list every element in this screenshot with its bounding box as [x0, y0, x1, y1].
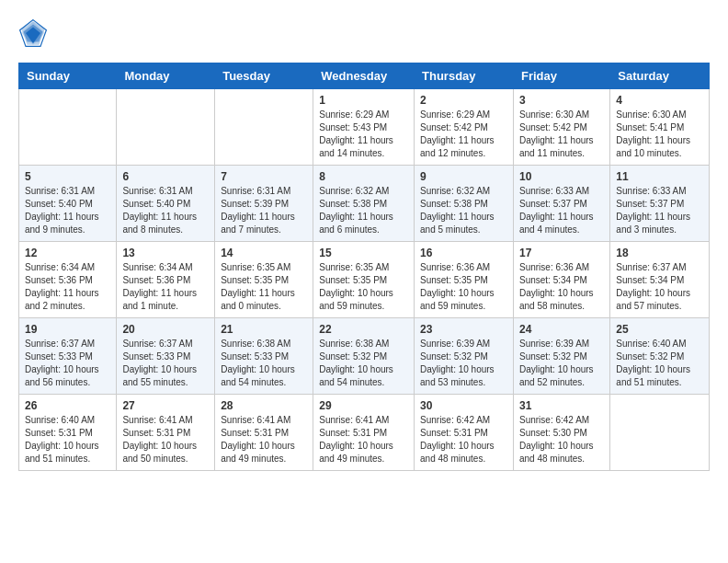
- day-number: 18: [616, 247, 703, 259]
- day-number: 3: [519, 94, 604, 107]
- day-info: Sunrise: 6:35 AM Sunset: 5:35 PM Dayligh…: [221, 261, 307, 313]
- calendar-cell: 7Sunrise: 6:31 AM Sunset: 5:39 PM Daylig…: [215, 166, 313, 242]
- calendar-cell: 26Sunrise: 6:40 AM Sunset: 5:31 PM Dayli…: [19, 395, 117, 471]
- day-info: Sunrise: 6:38 AM Sunset: 5:32 PM Dayligh…: [319, 338, 408, 389]
- calendar-cell: [117, 89, 215, 166]
- day-number: 30: [420, 399, 507, 412]
- day-info: Sunrise: 6:38 AM Sunset: 5:33 PM Dayligh…: [221, 338, 307, 389]
- weekday-header-row: SundayMondayTuesdayWednesdayThursdayFrid…: [19, 63, 710, 89]
- calendar-table: SundayMondayTuesdayWednesdayThursdayFrid…: [18, 63, 710, 471]
- day-info: Sunrise: 6:36 AM Sunset: 5:35 PM Dayligh…: [420, 261, 507, 313]
- day-info: Sunrise: 6:31 AM Sunset: 5:40 PM Dayligh…: [25, 185, 110, 236]
- day-number: 21: [221, 323, 307, 336]
- calendar-cell: 2Sunrise: 6:29 AM Sunset: 5:42 PM Daylig…: [415, 89, 514, 166]
- calendar-cell: 16Sunrise: 6:36 AM Sunset: 5:35 PM Dayli…: [415, 242, 514, 318]
- calendar-cell: 24Sunrise: 6:39 AM Sunset: 5:32 PM Dayli…: [513, 318, 609, 395]
- calendar-cell: 15Sunrise: 6:35 AM Sunset: 5:35 PM Dayli…: [313, 242, 415, 318]
- calendar-week-row: 5Sunrise: 6:31 AM Sunset: 5:40 PM Daylig…: [19, 166, 710, 242]
- day-number: 23: [420, 323, 507, 336]
- day-info: Sunrise: 6:37 AM Sunset: 5:33 PM Dayligh…: [25, 338, 110, 389]
- calendar-cell: 14Sunrise: 6:35 AM Sunset: 5:35 PM Dayli…: [215, 242, 313, 318]
- day-info: Sunrise: 6:30 AM Sunset: 5:42 PM Dayligh…: [519, 109, 604, 160]
- day-number: 7: [221, 170, 307, 183]
- day-info: Sunrise: 6:31 AM Sunset: 5:40 PM Dayligh…: [122, 185, 209, 236]
- day-info: Sunrise: 6:35 AM Sunset: 5:35 PM Dayligh…: [319, 261, 408, 313]
- day-number: 27: [122, 399, 209, 412]
- day-info: Sunrise: 6:34 AM Sunset: 5:36 PM Dayligh…: [25, 261, 110, 313]
- day-number: 13: [122, 247, 209, 259]
- calendar-cell: 28Sunrise: 6:41 AM Sunset: 5:31 PM Dayli…: [215, 395, 313, 471]
- day-info: Sunrise: 6:42 AM Sunset: 5:30 PM Dayligh…: [519, 414, 604, 465]
- calendar-cell: 5Sunrise: 6:31 AM Sunset: 5:40 PM Daylig…: [19, 166, 117, 242]
- calendar-cell: 23Sunrise: 6:39 AM Sunset: 5:32 PM Dayli…: [415, 318, 514, 395]
- day-info: Sunrise: 6:30 AM Sunset: 5:41 PM Dayligh…: [616, 109, 703, 160]
- day-number: 5: [25, 170, 110, 183]
- day-number: 19: [25, 323, 110, 336]
- calendar-cell: 3Sunrise: 6:30 AM Sunset: 5:42 PM Daylig…: [513, 89, 609, 166]
- calendar-cell: 18Sunrise: 6:37 AM Sunset: 5:34 PM Dayli…: [610, 242, 710, 318]
- calendar-cell: [19, 89, 117, 166]
- calendar-week-row: 12Sunrise: 6:34 AM Sunset: 5:36 PM Dayli…: [19, 242, 710, 318]
- calendar-cell: 25Sunrise: 6:40 AM Sunset: 5:32 PM Dayli…: [610, 318, 710, 395]
- weekday-header-wednesday: Wednesday: [313, 63, 415, 89]
- weekday-header-saturday: Saturday: [610, 63, 710, 89]
- day-number: 26: [25, 399, 110, 412]
- weekday-header-monday: Monday: [117, 63, 215, 89]
- calendar-cell: 30Sunrise: 6:42 AM Sunset: 5:31 PM Dayli…: [415, 395, 514, 471]
- day-info: Sunrise: 6:29 AM Sunset: 5:43 PM Dayligh…: [319, 109, 408, 160]
- day-number: 8: [319, 170, 408, 183]
- day-number: 29: [319, 399, 408, 412]
- day-number: 6: [122, 170, 209, 183]
- day-info: Sunrise: 6:40 AM Sunset: 5:31 PM Dayligh…: [25, 414, 110, 465]
- day-info: Sunrise: 6:41 AM Sunset: 5:31 PM Dayligh…: [221, 414, 307, 465]
- day-info: Sunrise: 6:32 AM Sunset: 5:38 PM Dayligh…: [319, 185, 408, 236]
- calendar-cell: 9Sunrise: 6:32 AM Sunset: 5:38 PM Daylig…: [415, 166, 514, 242]
- day-info: Sunrise: 6:36 AM Sunset: 5:34 PM Dayligh…: [519, 261, 604, 313]
- day-info: Sunrise: 6:40 AM Sunset: 5:32 PM Dayligh…: [616, 338, 703, 389]
- calendar-cell: 27Sunrise: 6:41 AM Sunset: 5:31 PM Dayli…: [117, 395, 215, 471]
- calendar-week-row: 1Sunrise: 6:29 AM Sunset: 5:43 PM Daylig…: [19, 89, 710, 166]
- day-number: 17: [519, 247, 604, 259]
- day-info: Sunrise: 6:39 AM Sunset: 5:32 PM Dayligh…: [420, 338, 507, 389]
- day-info: Sunrise: 6:34 AM Sunset: 5:36 PM Dayligh…: [122, 261, 209, 313]
- day-number: 4: [616, 94, 703, 107]
- calendar-cell: 20Sunrise: 6:37 AM Sunset: 5:33 PM Dayli…: [117, 318, 215, 395]
- calendar-cell: 17Sunrise: 6:36 AM Sunset: 5:34 PM Dayli…: [513, 242, 609, 318]
- page-header: [18, 18, 710, 48]
- day-number: 9: [420, 170, 507, 183]
- calendar-cell: 8Sunrise: 6:32 AM Sunset: 5:38 PM Daylig…: [313, 166, 415, 242]
- day-info: Sunrise: 6:33 AM Sunset: 5:37 PM Dayligh…: [519, 185, 604, 236]
- day-number: 31: [519, 399, 604, 412]
- day-info: Sunrise: 6:29 AM Sunset: 5:42 PM Dayligh…: [420, 109, 507, 160]
- day-info: Sunrise: 6:33 AM Sunset: 5:37 PM Dayligh…: [616, 185, 703, 236]
- calendar-cell: 21Sunrise: 6:38 AM Sunset: 5:33 PM Dayli…: [215, 318, 313, 395]
- calendar-cell: 4Sunrise: 6:30 AM Sunset: 5:41 PM Daylig…: [610, 89, 710, 166]
- day-number: 28: [221, 399, 307, 412]
- day-info: Sunrise: 6:32 AM Sunset: 5:38 PM Dayligh…: [420, 185, 507, 236]
- calendar-cell: 19Sunrise: 6:37 AM Sunset: 5:33 PM Dayli…: [19, 318, 117, 395]
- calendar-cell: 13Sunrise: 6:34 AM Sunset: 5:36 PM Dayli…: [117, 242, 215, 318]
- day-info: Sunrise: 6:39 AM Sunset: 5:32 PM Dayligh…: [519, 338, 604, 389]
- day-number: 1: [319, 94, 408, 107]
- day-number: 10: [519, 170, 604, 183]
- day-number: 16: [420, 247, 507, 259]
- calendar-week-row: 19Sunrise: 6:37 AM Sunset: 5:33 PM Dayli…: [19, 318, 710, 395]
- day-info: Sunrise: 6:42 AM Sunset: 5:31 PM Dayligh…: [420, 414, 507, 465]
- calendar-cell: [610, 395, 710, 471]
- weekday-header-sunday: Sunday: [19, 63, 117, 89]
- day-number: 12: [25, 247, 110, 259]
- day-number: 2: [420, 94, 507, 107]
- logo-icon: [18, 18, 48, 48]
- day-info: Sunrise: 6:31 AM Sunset: 5:39 PM Dayligh…: [221, 185, 307, 236]
- day-info: Sunrise: 6:41 AM Sunset: 5:31 PM Dayligh…: [122, 414, 209, 465]
- day-number: 11: [616, 170, 703, 183]
- weekday-header-tuesday: Tuesday: [215, 63, 313, 89]
- day-number: 15: [319, 247, 408, 259]
- day-number: 25: [616, 323, 703, 336]
- calendar-cell: 11Sunrise: 6:33 AM Sunset: 5:37 PM Dayli…: [610, 166, 710, 242]
- day-number: 22: [319, 323, 408, 336]
- day-info: Sunrise: 6:41 AM Sunset: 5:31 PM Dayligh…: [319, 414, 408, 465]
- calendar-cell: 31Sunrise: 6:42 AM Sunset: 5:30 PM Dayli…: [513, 395, 609, 471]
- calendar-cell: 10Sunrise: 6:33 AM Sunset: 5:37 PM Dayli…: [513, 166, 609, 242]
- day-number: 14: [221, 247, 307, 259]
